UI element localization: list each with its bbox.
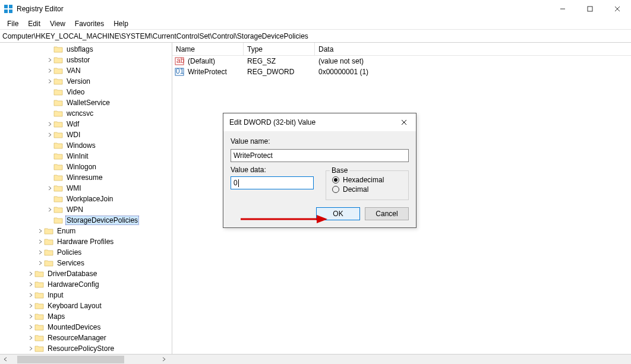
menu-edit[interactable]: Edit [23,18,45,29]
tree-item-label: wcncsvc [65,109,94,118]
tree-item-label: Keyboard Layout [46,302,103,310]
tree-item[interactable]: WMI [0,183,172,194]
radio-decimal[interactable]: Decimal [332,185,402,194]
tree-item[interactable]: wcncsvc [0,108,172,119]
horizontal-scrollbar[interactable] [0,354,631,364]
menu-favorites[interactable]: Favorites [70,18,109,29]
tree-item[interactable]: StorageDevicePolicies [0,215,172,226]
list-header: Name Type Data [172,43,631,56]
expand-icon[interactable] [27,282,34,287]
tree-item-label: WMI [65,184,83,192]
tree-item[interactable]: Winlogon [0,162,172,172]
expand-icon[interactable] [46,207,53,212]
col-data[interactable]: Data [315,43,631,55]
expand-icon[interactable] [46,186,53,191]
tree-item[interactable]: VAN [0,65,172,76]
address-text: Computer\HKEY_LOCAL_MACHINE\SYSTEM\Curre… [2,32,308,40]
menu-view[interactable]: View [45,18,70,29]
tree-item-label: usbflags [65,45,94,53]
folder-icon [34,312,44,321]
list-row[interactable]: ab(Default)REG_SZ(value not set) [172,56,631,67]
expand-icon[interactable] [27,346,34,351]
expand-icon[interactable] [46,58,53,62]
tree-item[interactable]: Windows [0,140,172,151]
radio-hexadecimal[interactable]: Hexadecimal [332,176,402,184]
expand-icon[interactable] [27,271,34,276]
folder-icon [53,131,63,139]
expand-icon[interactable] [46,68,53,73]
registry-tree[interactable]: usbflagsusbstorVANVersionVideoWalletServ… [0,43,172,354]
minimize-button[interactable] [549,0,576,18]
col-name[interactable]: Name [172,43,244,55]
expand-icon[interactable] [27,293,34,297]
col-type[interactable]: Type [244,43,315,55]
tree-item-label: Wdf [65,120,80,128]
tree-item[interactable]: WalletService [0,97,172,108]
list-row[interactable]: 011WriteProtectREG_DWORD0x00000001 (1) [172,67,631,77]
dialog-titlebar[interactable]: Edit DWORD (32-bit) Value [223,113,416,131]
value-data-field[interactable]: 0 [231,176,314,189]
scroll-left-button[interactable] [0,354,10,365]
tree-item[interactable]: Wdf [0,119,172,129]
expand-icon[interactable] [46,79,53,84]
tree-item[interactable]: WPN [0,204,172,215]
expand-icon[interactable] [46,122,53,126]
tree-item[interactable]: Winresume [0,172,172,183]
folder-icon [53,45,63,53]
tree-item[interactable]: MountedDevices [0,322,172,333]
expand-icon[interactable] [27,303,34,308]
tree-item[interactable]: Keyboard Layout [0,300,172,311]
expand-icon[interactable] [27,325,34,330]
tree-item[interactable]: Version [0,76,172,87]
tree-item-label: StorageDevicePolicies [65,216,139,225]
expand-icon[interactable] [27,314,34,319]
tree-item[interactable]: Policies [0,247,172,258]
dialog-title: Edit DWORD (32-bit) Value [229,118,392,126]
tree-item[interactable]: ResourcePolicyStore [0,343,172,354]
expand-icon[interactable] [27,335,34,340]
list-rows: ab(Default)REG_SZ(value not set)011Write… [172,56,631,77]
tree-item[interactable]: ResourceManager [0,333,172,343]
tree-item[interactable]: usbstor [0,55,172,65]
expand-icon[interactable] [46,132,53,137]
radio-dot-icon [332,176,339,183]
cell-name: (Default) [184,57,244,65]
tree-item[interactable]: Maps [0,311,172,322]
expand-icon[interactable] [37,250,44,255]
tree-item[interactable]: WinInit [0,151,172,162]
maximize-button[interactable] [576,0,604,18]
dialog-close-button[interactable] [392,113,416,131]
scroll-right-button[interactable] [159,354,169,365]
folder-icon [53,88,63,96]
cancel-button[interactable]: Cancel [365,207,409,220]
cell-name: WriteProtect [184,68,244,76]
tree-item[interactable]: DriverDatabase [0,268,172,279]
expand-icon[interactable] [37,229,44,233]
tree-item-label: usbstor [65,56,91,64]
tree-item[interactable]: WorkplaceJoin [0,194,172,204]
tree-item[interactable]: WDI [0,129,172,140]
tree-item-label: DriverDatabase [46,270,98,278]
expand-icon[interactable] [37,239,44,244]
tree-item[interactable]: Input [0,290,172,300]
scroll-thumb[interactable] [17,356,124,363]
ok-button[interactable]: OK [316,207,360,220]
tree-item-label: Maps [46,312,66,321]
value-name-field[interactable]: WriteProtect [231,149,409,162]
tree-item[interactable]: Enum [0,226,172,236]
folder-icon [53,216,63,224]
expand-icon[interactable] [37,261,44,265]
tree-item[interactable]: Video [0,87,172,97]
scroll-track[interactable] [10,354,159,365]
tree-item[interactable]: Services [0,258,172,268]
address-bar[interactable]: Computer\HKEY_LOCAL_MACHINE\SYSTEM\Curre… [0,30,631,43]
edit-dword-dialog: Edit DWORD (32-bit) Value Value name: Wr… [223,113,417,228]
close-button[interactable] [604,0,631,18]
menu-help[interactable]: Help [109,18,133,29]
tree-item[interactable]: Hardware Profiles [0,236,172,247]
menu-file[interactable]: File [2,18,23,29]
folder-icon [53,152,63,160]
string-value-icon: ab [175,56,184,66]
tree-item[interactable]: HardwareConfig [0,279,172,290]
tree-item[interactable]: usbflags [0,44,172,55]
